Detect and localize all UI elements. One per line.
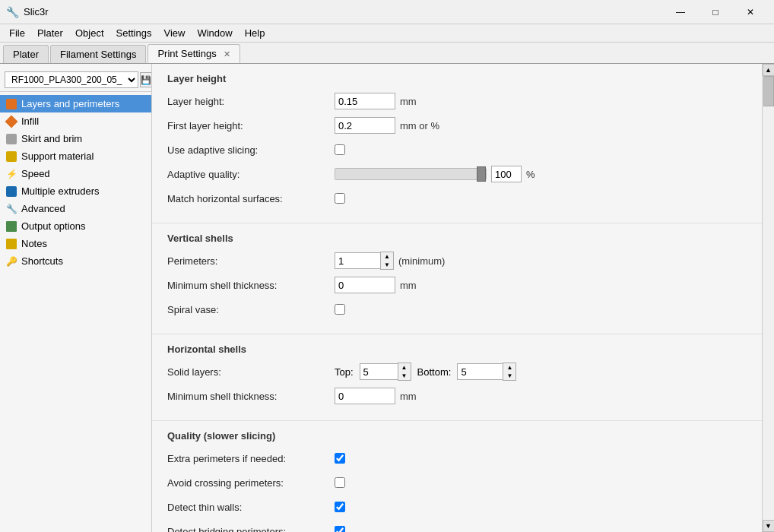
profile-save-button[interactable]: 💾 (140, 72, 152, 87)
scroll-down-button[interactable]: ▼ (763, 520, 775, 532)
adaptive-quality-row: Adaptive quality: % (167, 165, 747, 183)
layer-height-row: Layer height: mm (167, 92, 747, 110)
perimeters-increment[interactable]: ▲ (381, 252, 393, 261)
min-shell-thickness-v-unit: mm (400, 280, 417, 291)
layer-height-label: Layer height: (167, 96, 335, 107)
solid-layers-bottom-spinbox: ▲ ▼ (457, 363, 516, 381)
bottom-label: Bottom: (417, 366, 452, 378)
solid-layers-bottom-increment[interactable]: ▲ (503, 363, 515, 372)
min-shell-thickness-h-label: Minimum shell thickness: (167, 391, 335, 402)
profile-row: RF1000_PLA300_200_05_ 💾 🗑 (0, 68, 151, 92)
detect-thin-walls-checkbox[interactable] (335, 502, 345, 512)
infill-icon (5, 115, 18, 128)
support-icon (6, 151, 17, 162)
scroll-up-button[interactable]: ▲ (763, 64, 775, 76)
scrollbar: ▲ ▼ (762, 64, 774, 532)
avoid-crossing-control (335, 477, 345, 488)
solid-layers-top-input[interactable] (360, 363, 398, 380)
main-layout: RF1000_PLA300_200_05_ 💾 🗑 Layers and per… (0, 64, 774, 532)
sidebar-item-skirt-and-brim[interactable]: Skirt and brim (0, 130, 151, 147)
solid-layers-bottom-btns: ▲ ▼ (503, 363, 516, 381)
sidebar-item-infill[interactable]: Infill (0, 112, 151, 130)
tab-filament-settings[interactable]: Filament Settings (50, 45, 146, 63)
sidebar: RF1000_PLA300_200_05_ 💾 🗑 Layers and per… (0, 64, 152, 532)
scroll-thumb[interactable] (763, 76, 774, 106)
menu-settings[interactable]: Settings (110, 26, 158, 40)
shortcuts-icon: 🔑 (6, 256, 17, 267)
avoid-crossing-label: Avoid crossing perimeters: (167, 477, 335, 489)
sidebar-item-output-options[interactable]: Output options (0, 217, 151, 235)
min-shell-thickness-h-input[interactable] (335, 388, 395, 404)
spiral-vase-row: Spiral vase: (167, 300, 747, 318)
match-horizontal-checkbox[interactable] (335, 193, 345, 204)
min-shell-thickness-v-input[interactable] (335, 277, 395, 293)
adaptive-slicing-checkbox[interactable] (335, 144, 345, 155)
min-shell-thickness-v-label: Minimum shell thickness: (167, 280, 335, 291)
layer-height-unit: mm (400, 96, 417, 107)
close-button[interactable]: ✕ (733, 0, 768, 24)
adaptive-quality-unit: % (526, 169, 535, 180)
app-title: Slic3r (24, 6, 663, 17)
adaptive-quality-slider[interactable] (335, 168, 487, 180)
tab-print-settings[interactable]: Print Settings ✕ (148, 44, 240, 63)
menu-bar: File Plater Object Settings View Window … (0, 24, 774, 43)
top-label: Top: (335, 366, 354, 378)
min-shell-thickness-h-unit: mm (400, 391, 417, 402)
section-layer-height: Layer height Layer height: mm First laye… (152, 64, 762, 223)
section-horizontal-shells: Horizontal shells Solid layers: Top: ▲ ▼… (152, 334, 762, 421)
solid-layers-label: Solid layers: (167, 366, 335, 378)
tab-close-icon[interactable]: ✕ (224, 49, 230, 59)
layer-height-control: mm (335, 93, 417, 109)
minimize-button[interactable]: — (663, 0, 698, 24)
solid-layers-bottom-decrement[interactable]: ▼ (503, 372, 515, 380)
extra-perimeters-checkbox[interactable] (335, 453, 345, 464)
extra-perimeters-label: Extra perimeters if needed: (167, 453, 335, 464)
first-layer-height-label: First layer height: (167, 120, 335, 131)
sidebar-item-layers-and-perimeters[interactable]: Layers and perimeters (0, 95, 151, 112)
adaptive-slicing-row: Use adaptive slicing: (167, 141, 747, 159)
scroll-track[interactable] (763, 76, 775, 520)
menu-help[interactable]: Help (239, 26, 271, 40)
first-layer-height-input[interactable] (335, 117, 395, 134)
perimeters-unit: (minimum) (398, 255, 445, 267)
output-icon (6, 221, 17, 232)
perimeters-input[interactable] (335, 252, 380, 269)
first-layer-height-unit: mm or % (400, 120, 439, 131)
sidebar-item-shortcuts[interactable]: 🔑 Shortcuts (0, 252, 151, 270)
content-area: Layer height Layer height: mm First laye… (152, 64, 762, 532)
detect-bridging-checkbox[interactable] (335, 526, 345, 532)
sidebar-item-advanced[interactable]: 🔧 Advanced (0, 200, 151, 217)
skirt-icon (6, 134, 17, 144)
window-controls: — □ ✕ (663, 0, 768, 24)
solid-layers-top-increment[interactable]: ▲ (398, 363, 411, 372)
menu-view[interactable]: View (157, 26, 191, 40)
perimeters-spinbox: ▲ ▼ (335, 252, 394, 270)
detect-bridging-label: Detect bridging perimeters: (167, 526, 335, 533)
sidebar-item-multiple-extruders[interactable]: Multiple extruders (0, 182, 151, 200)
solid-layers-bottom-input[interactable] (457, 363, 503, 380)
adaptive-quality-value[interactable] (491, 166, 522, 182)
speed-icon: ⚡ (6, 169, 17, 179)
perimeters-decrement[interactable]: ▼ (381, 261, 393, 269)
detect-thin-walls-label: Detect thin walls: (167, 502, 335, 513)
profile-select[interactable]: RF1000_PLA300_200_05_ (5, 71, 138, 88)
menu-file[interactable]: File (3, 26, 31, 40)
sidebar-item-notes[interactable]: Notes (0, 235, 151, 252)
adaptive-slicing-label: Use adaptive slicing: (167, 144, 335, 156)
spiral-vase-checkbox[interactable] (335, 304, 345, 315)
menu-plater[interactable]: Plater (31, 26, 69, 40)
min-shell-thickness-v-row: Minimum shell thickness: mm (167, 276, 747, 294)
maximize-button[interactable]: □ (698, 0, 733, 24)
layer-height-input[interactable] (335, 93, 395, 109)
avoid-crossing-checkbox[interactable] (335, 477, 345, 488)
tab-plater[interactable]: Plater (3, 45, 49, 63)
menu-window[interactable]: Window (191, 26, 238, 40)
sidebar-item-support-material[interactable]: Support material (0, 147, 151, 165)
solid-layers-top-decrement[interactable]: ▼ (398, 372, 411, 380)
menu-object[interactable]: Object (69, 26, 110, 40)
perimeters-label: Perimeters: (167, 255, 335, 267)
section-quality: Quality (slower slicing) Extra perimeter… (152, 421, 762, 532)
first-layer-height-control: mm or % (335, 117, 439, 134)
sidebar-item-speed[interactable]: ⚡ Speed (0, 165, 151, 182)
solid-layers-row: Solid layers: Top: ▲ ▼ Bottom: (167, 363, 747, 381)
